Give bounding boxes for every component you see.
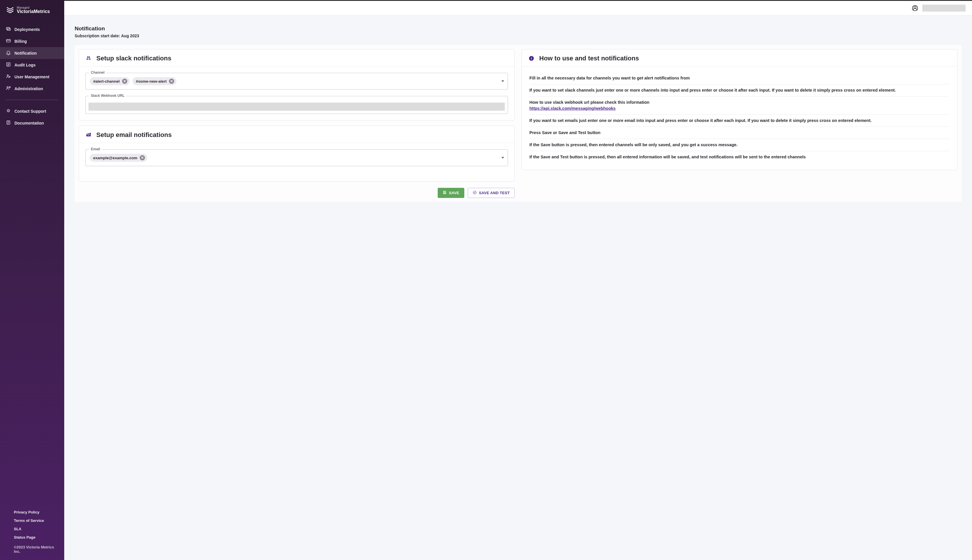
administration-icon [6,85,11,92]
audit-logs-icon [6,62,11,68]
svg-point-8 [8,110,9,112]
user-management-icon [6,74,11,80]
deployments-icon [6,26,11,32]
chip-remove-icon[interactable]: ✕ [140,155,145,160]
save-icon [443,190,447,195]
notification-icon [6,50,11,56]
link-terms-of-service[interactable]: Terms of Service [14,517,59,525]
info-row: Press Save or Save and Test button [529,127,950,139]
slack-channel-chip: #some-new-alert ✕ [132,77,177,85]
nav-label: Audit Logs [15,63,35,67]
slack-channel-chips: #alert-channel ✕ #some-new-alert ✕ [90,77,496,85]
email-chips: example@example.com ✕ [90,154,496,162]
save-button-label: SAVE [449,191,459,195]
sidebar-item-documentation[interactable]: Documentation [0,117,64,129]
nav-separator [6,100,59,100]
sidebar-footer: Privacy Policy Terms of Service SLA Stat… [0,508,64,560]
slack-webhook-label: Slack Webhook URL [89,93,126,98]
topbar [64,0,972,16]
chip-label: #alert-channel [93,79,120,83]
billing-icon [6,38,11,44]
svg-point-4 [7,75,9,76]
link-privacy-policy[interactable]: Privacy Policy [14,508,59,517]
chevron-down-icon[interactable] [501,157,504,158]
info-row: How to use slack webhook url please chec… [529,97,950,115]
slack-card-title: Setup slack notifications [96,55,171,62]
check-circle-icon [473,190,477,195]
svg-point-14 [473,191,476,194]
info-row: If the Save and Test button is pressed, … [529,151,950,163]
email-field-label: Email [89,147,102,151]
email-card-title: Setup email notifications [96,131,172,139]
email-icon [85,132,92,138]
content-grid: Setup slack notifications Channel #alert… [75,45,962,202]
svg-rect-2 [7,40,10,42]
form-actions: SAVE SAVE AND TEST [79,187,515,198]
nav-label: User Management [15,75,50,79]
brand-small: Managed [17,7,50,9]
slack-channel-field[interactable]: Channel #alert-channel ✕ #some-new-alert… [85,73,508,90]
nav-label: Administration [15,87,43,91]
info-card: How to use and test notifications Fill i… [522,49,957,170]
chip-remove-icon[interactable]: ✕ [169,78,174,84]
slack-webhook-field[interactable]: Slack Webhook URL [85,96,508,114]
sidebar-item-deployments[interactable]: Deployments [0,23,64,35]
primary-nav: Deployments Billing Notification Audit L… [0,20,64,129]
brand-strong: VictoriaMetrics [17,9,50,14]
slack-webhook-docs-link[interactable]: https://api.slack.com/messaging/webhooks [529,106,616,111]
email-field[interactable]: Email example@example.com ✕ [85,149,508,166]
left-column: Setup slack notifications Channel #alert… [79,49,515,198]
svg-point-6 [7,87,8,88]
info-row: If you want to set slack channels just e… [529,84,950,97]
svg-point-5 [9,76,10,77]
svg-rect-16 [531,58,532,60]
slack-webhook-input-placeholder[interactable] [89,103,505,111]
info-row: If you want to set emails just enter one… [529,115,950,127]
account-name-placeholder[interactable] [922,5,965,12]
brand-text: Managed VictoriaMetrics [17,7,50,14]
link-sla[interactable]: SLA [14,525,59,533]
sidebar: Managed VictoriaMetrics Deployments Bill… [0,0,64,560]
contact-support-icon [6,108,11,114]
info-text: How to use slack webhook url please chec… [529,100,649,105]
info-row: Fill in all the necessary data for chann… [529,72,950,84]
sidebar-item-notification[interactable]: Notification [0,47,64,59]
page-title: Notification [75,25,962,32]
page-subtitle: Subscription start date: Aug 2023 [75,33,962,38]
save-and-test-button-label: SAVE AND TEST [479,191,510,195]
main-area: Notification Subscription start date: Au… [64,0,972,560]
svg-rect-13 [444,193,445,193]
sidebar-item-user-management[interactable]: User Management [0,71,64,83]
chip-label: example@example.com [93,156,137,160]
sidebar-item-contact-support[interactable]: Contact Support [0,105,64,117]
slack-card: Setup slack notifications Channel #alert… [79,49,515,120]
page: Notification Subscription start date: Au… [64,16,972,219]
account-icon[interactable] [912,5,918,11]
email-chip: example@example.com ✕ [90,154,147,162]
save-and-test-button[interactable]: SAVE AND TEST [468,188,515,198]
nav-label: Notification [15,51,37,55]
brand-logo[interactable]: Managed VictoriaMetrics [0,3,64,20]
svg-point-7 [9,87,10,88]
info-card-body: Fill in all the necessary data for chann… [522,67,957,170]
chevron-down-icon[interactable] [501,80,504,82]
sidebar-item-audit-logs[interactable]: Audit Logs [0,59,64,71]
svg-point-12 [89,133,91,134]
link-status-page[interactable]: Status Page [14,533,59,542]
email-card: Setup email notifications Email example@… [79,126,515,182]
nav-label: Deployments [15,27,40,32]
save-button[interactable]: SAVE [438,188,464,198]
slack-channel-chip: #alert-channel ✕ [90,77,130,85]
sidebar-item-administration[interactable]: Administration [0,83,64,95]
info-icon [528,55,535,62]
nav-label: Documentation [15,121,44,125]
svg-rect-17 [531,57,532,58]
slack-channel-label: Channel [89,70,106,75]
nav-label: Contact Support [15,109,46,113]
sidebar-item-billing[interactable]: Billing [0,35,64,47]
svg-point-10 [914,7,916,8]
slack-icon [85,55,92,62]
documentation-icon [6,120,11,126]
chip-remove-icon[interactable]: ✕ [122,78,127,84]
right-column: How to use and test notifications Fill i… [522,49,957,170]
